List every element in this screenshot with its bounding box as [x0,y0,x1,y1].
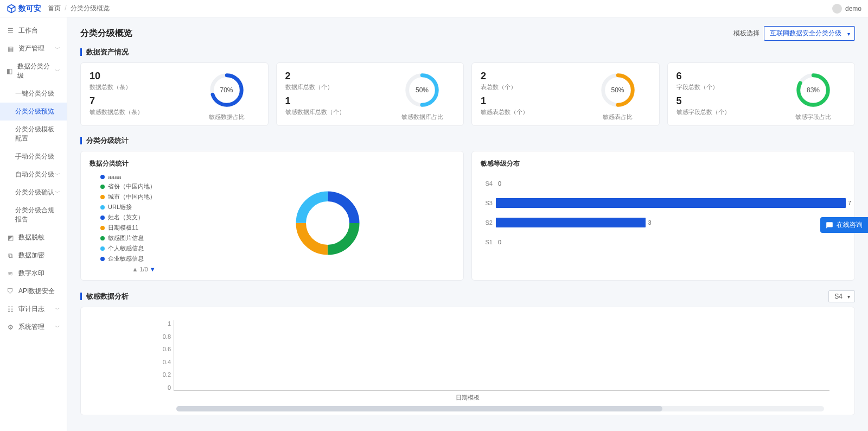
nav-sub-onekey[interactable]: 一键分类分级 [0,85,67,103]
nav-api[interactable]: ⛉ API数据安全 [0,282,67,300]
chevron-down-icon: ﹀ [55,324,60,331]
kpi-card: 2 数据库总数（个） 1 敏感数据库总数（个） 50% 敏感数据库占比 [276,62,464,126]
legend-item[interactable]: aaaa [100,174,187,180]
legend-dot [100,205,105,210]
legend-dot [100,195,105,199]
legend-dot [100,175,105,179]
chevron-down-icon: ﹀ [55,67,60,75]
chat-icon [826,221,833,229]
kpi-value: 2 [481,71,585,82]
legend-item[interactable]: 省份（中国内地） [100,182,187,191]
legend-item[interactable]: 企业敏感信息 [100,255,187,263]
logo-icon [7,4,16,14]
kpi-card-left: 6 字段总数（个） 5 敏感字段总数（个） [676,71,781,121]
donut-caption: 敏感数据库占比 [401,113,443,121]
nav-watermark[interactable]: ≋ 数字水印 [0,264,67,282]
legend-item[interactable]: 日期模板11 [100,224,187,232]
nav-sub-report[interactable]: 分类分级合规报告 [0,201,67,229]
nav-label: 数据加密 [18,251,44,260]
legend-label: 个人敏感信息 [108,244,144,252]
section-title-assets: 数据资产情况 [80,47,855,57]
kpi-label: 敏感字段总数（个） [676,108,781,116]
legend-label: aaaa [108,174,121,180]
user-name[interactable]: demo [845,5,861,12]
nav-asset[interactable]: ▦ 资产管理 ﹀ [0,40,67,58]
watermark-icon: ≋ [7,270,14,277]
legend-item[interactable]: 敏感图片信息 [100,234,187,242]
kpi-label: 敏感数据总数（条） [90,108,194,116]
chevron-down-icon: ﹀ [55,45,60,53]
avatar[interactable] [832,4,842,14]
bar-category: S2 [481,219,496,226]
brand-name: 数可安 [18,4,41,14]
analysis-filter-value: S4 [834,293,843,300]
nav-label: API数据安全 [18,287,55,296]
donut-caption: 敏感数据占比 [209,113,245,121]
shield-icon: ⛉ [7,288,14,295]
kpi-label: 字段总数（个） [676,83,781,91]
legend-list: aaaa省份（中国内地）城市（中国内地）URL链接姓名（英文）日期模板11敏感图… [100,174,187,263]
nav-classify[interactable]: ◧ 数据分类分级 ﹀ [0,58,67,85]
chevron-down-icon: ﹀ [55,171,60,179]
pager-text: 1/0 [139,266,148,272]
analysis-filter-select[interactable]: S4 [828,290,855,302]
nav-workbench[interactable]: ☰ 工作台 [0,22,67,40]
kpi-metric: 10 数据总数（条） [90,71,194,91]
nav-sub-preview[interactable]: 分类分级预览 [0,103,67,121]
chart-scrollbar[interactable] [176,406,824,411]
pager-prev[interactable]: ▲ [132,266,138,272]
nav-sub-auto[interactable]: 自动分类分级 ﹀ [0,166,67,183]
legend-dot [100,257,105,261]
donut-percent: 50% [611,86,624,94]
donut-percent: 50% [416,86,429,94]
sidebar: ☰ 工作台 ▦ 资产管理 ﹀ ◧ 数据分类分级 ﹀ 一键分类分级 分类分级预览 … [0,17,67,431]
nav-system[interactable]: ⚙ 系统管理 ﹀ [0,318,67,336]
legend-item[interactable]: 个人敏感信息 [100,244,187,252]
legend-item[interactable]: 姓名（英文） [100,213,187,221]
chat-float-button[interactable]: 在线咨询 [820,217,868,233]
nav-label: 数据脱敏 [18,233,44,242]
donut-percent: 83% [807,86,820,94]
scrollbar-thumb[interactable] [176,406,662,411]
template-select[interactable]: 互联网数据安全分类分级 [764,26,855,41]
analysis-panel: 10.80.60.40.20 日期模板 [80,307,855,415]
kpi-metric: 2 数据库总数（个） [285,71,390,91]
donut-caption: 敏感字段占比 [795,113,831,121]
audit-icon: ☷ [7,306,14,313]
kpi-card-left: 2 数据库总数（个） 1 敏感数据库总数（个） [285,71,390,121]
nav-sub-confirm[interactable]: 分类分级确认 ﹀ [0,183,67,201]
nav-audit[interactable]: ☷ 审计日志 ﹀ [0,300,67,318]
section-stats: 分类分级统计 数据分类统计 aaaa省份（中国内地）城市（中国内地）URL链接姓… [80,136,855,281]
y-tick: 0.2 [155,371,171,378]
breadcrumb-home[interactable]: 首页 [48,4,61,12]
nav-label: 数字水印 [18,269,44,278]
panel-title-bar: 敏感等级分布 [481,159,846,168]
brand-logo[interactable]: 数可安 [7,4,41,14]
nav-sub-template[interactable]: 分类分级模板配置 [0,121,67,148]
kpi-card-right: 50% 敏感表占比 [585,71,650,121]
page-head: 分类分级概览 模板选择 互联网数据安全分类分级 [80,26,855,41]
panel-bar: 敏感等级分布 S4 0 S3 7 S2 3 S1 0 [471,151,855,281]
legend-col: aaaa省份（中国内地）城市（中国内地）URL链接姓名（英文）日期模板11敏感图… [90,174,187,272]
kpi-metric: 1 敏感数据库总数（个） [285,96,390,116]
legend-item[interactable]: URL链接 [100,203,187,211]
nav-sub-manual[interactable]: 手动分类分级 [0,148,67,166]
kpi-metric: 6 字段总数（个） [676,71,781,91]
kpi-value: 6 [676,71,781,82]
panel-donut: 数据分类统计 aaaa省份（中国内地）城市（中国内地）URL链接姓名（英文）日期… [80,151,464,281]
bar-row: S2 3 [481,213,846,232]
kpi-label: 数据库总数（个） [285,83,390,91]
nav-label: 资产管理 [18,44,44,53]
kpi-value: 1 [481,96,585,107]
panel-title-donut: 数据分类统计 [90,159,455,168]
chart-axes [174,320,829,391]
nav-encrypt[interactable]: ⧉ 数据加密 [0,246,67,264]
pager-next[interactable]: ▼ [150,266,156,272]
kpi-card-right: 50% 敏感数据库占比 [390,71,455,121]
breadcrumb: 首页 / 分类分级概览 [48,4,110,13]
x-axis-label: 日期模板 [456,394,480,402]
section-assets: 数据资产情况 10 数据总数（条） 7 敏感数据总数（条） 70% 敏感数据占比 [80,47,855,126]
legend-item[interactable]: 城市（中国内地） [100,193,187,201]
nav-mask[interactable]: ◩ 数据脱敏 [0,229,67,246]
donut-chart [292,188,363,258]
